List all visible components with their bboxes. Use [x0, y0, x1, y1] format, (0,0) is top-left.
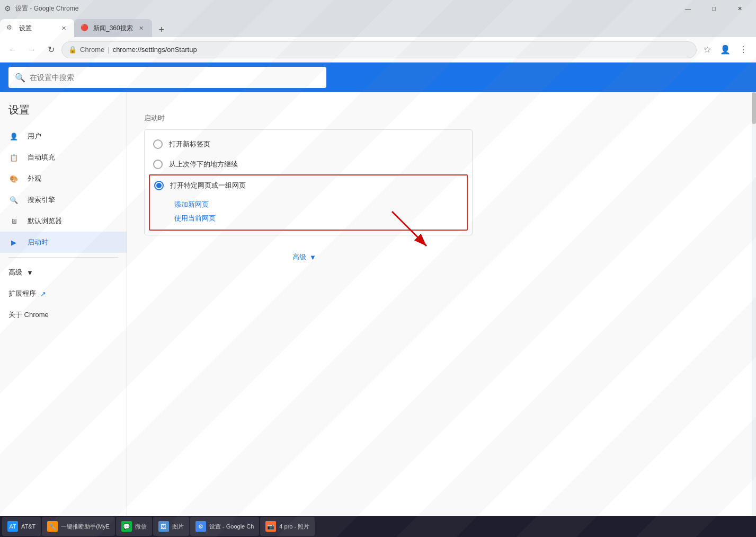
- news-tab-favicon: 🔴: [81, 24, 89, 32]
- address-bar: ← → ↻ 🔒 Chrome | chrome://settings/onSta…: [0, 37, 756, 63]
- advanced-label: 高级: [8, 268, 22, 277]
- startup-section: 启动时 打开新标签页 从上次停下的地方继续: [144, 105, 739, 270]
- chrome-content-area: 🔍 设置 👤 用户 📋 自动填充 🎨 外观: [0, 63, 756, 537]
- taskbar-photos[interactable]: 🖼 图片: [153, 517, 189, 536]
- radio-specific-inner: [156, 183, 162, 188]
- separator: |: [108, 46, 109, 54]
- taskbar-app4[interactable]: 📷 4 pro - 照片: [260, 517, 315, 536]
- default-browser-icon: 🖥: [8, 216, 19, 226]
- taskbar-att-icon: AT: [7, 521, 18, 532]
- sidebar-item-users[interactable]: 👤 用户: [0, 126, 127, 147]
- sidebar-item-defaultbrowser[interactable]: 🖥 默认浏览器: [0, 210, 127, 232]
- settings-search-header: 🔍: [0, 63, 756, 92]
- scrollbar-track[interactable]: [752, 92, 756, 537]
- about-label: 关于 Chrome: [8, 310, 118, 320]
- taskbar-wechat-label: 微信: [135, 523, 147, 531]
- advanced-button[interactable]: 高级 ▼: [292, 252, 739, 262]
- users-icon: 👤: [8, 131, 19, 142]
- add-new-page-link[interactable]: 添加新网页: [174, 198, 442, 212]
- sidebar-extensions[interactable]: 扩展程序 ↗: [0, 283, 127, 304]
- taskbar-att[interactable]: AT AT&T: [2, 517, 41, 536]
- new-tab-button[interactable]: +: [154, 22, 169, 37]
- selected-option-box: 打开特定网页或一组网页 添加新网页 使用当前网页: [149, 174, 468, 231]
- address-bar-actions: ☆ 👤 ⋮: [699, 41, 752, 58]
- scrollbar-thumb[interactable]: [752, 92, 756, 124]
- extensions-ext-icon: ↗: [40, 290, 46, 298]
- sidebar-about[interactable]: 关于 Chrome: [0, 304, 127, 325]
- settings-tab-close[interactable]: ✕: [59, 24, 68, 32]
- default-browser-label: 默认浏览器: [28, 216, 118, 226]
- settings-tab-title: 设置: [19, 24, 55, 33]
- search-engine-label: 搜索引擎: [28, 195, 118, 205]
- titlebar-text: 设置 - Google Chrome: [15, 4, 78, 13]
- use-current-page-link[interactable]: 使用当前网页: [174, 212, 442, 225]
- advanced-btn-label: 高级: [292, 252, 306, 262]
- sidebar-item-appearance[interactable]: 🎨 外观: [0, 168, 127, 189]
- maximize-button[interactable]: □: [702, 0, 726, 17]
- taskbar: AT AT&T 🔧 一键推断助手(MyE 💬 微信 🖼 图片 ⚙ 设置 - Go…: [0, 516, 756, 537]
- advanced-btn-arrow: ▼: [309, 253, 316, 261]
- appearance-label: 外观: [28, 174, 118, 183]
- radio-specific-circle: [154, 181, 164, 190]
- tab-settings[interactable]: ⚙ 设置 ✕: [0, 19, 74, 37]
- news-tab-title: 新闻_360搜索: [93, 24, 133, 33]
- advanced-arrow-icon: ▼: [26, 269, 33, 277]
- taskbar-att-label: AT&T: [21, 523, 35, 530]
- secure-icon: 🔒: [68, 46, 77, 54]
- radio-newtab[interactable]: 打开新标签页: [145, 134, 472, 154]
- menu-button[interactable]: ⋮: [735, 41, 752, 58]
- radio-newtab-label: 打开新标签页: [169, 139, 210, 149]
- settings-search-box[interactable]: 🔍: [8, 67, 326, 88]
- radio-continue-circle: [153, 160, 163, 169]
- radio-newtab-circle: [153, 139, 163, 149]
- close-button[interactable]: ✕: [728, 0, 752, 17]
- radio-specific[interactable]: 打开特定网页或一组网页: [150, 175, 467, 196]
- taskbar-photos-label: 图片: [172, 523, 184, 531]
- window-titlebar: ⚙ 设置 - Google Chrome — □ ✕: [0, 0, 756, 17]
- main-panel: 设置 👤 用户 📋 自动填充 🎨 外观 🔍 搜索引擎: [0, 92, 756, 537]
- startup-options-panel: 打开新标签页 从上次停下的地方继续: [144, 129, 473, 235]
- startup-icon: ▶: [8, 237, 19, 248]
- autofill-label: 自动填充: [28, 153, 118, 162]
- taskbar-wechat-icon: 💬: [121, 521, 132, 532]
- tab-bar: ⚙ 设置 ✕ 🔴 新闻_360搜索 ✕ +: [0, 17, 756, 37]
- sidebar: 设置 👤 用户 📋 自动填充 🎨 外观 🔍 搜索引擎: [0, 92, 127, 537]
- url-text: chrome://settings/onStartup: [113, 46, 197, 54]
- back-button[interactable]: ←: [4, 41, 21, 58]
- profile-button[interactable]: 👤: [717, 41, 734, 58]
- tab-news[interactable]: 🔴 新闻_360搜索 ✕: [74, 19, 152, 37]
- sub-options: 添加新网页 使用当前网页: [150, 196, 467, 230]
- window-controls: — □ ✕: [676, 0, 752, 17]
- startup-section-label: 启动时: [144, 113, 739, 123]
- radio-continue-label: 从上次停下的地方继续: [169, 160, 238, 169]
- autofill-icon: 📋: [8, 152, 19, 163]
- settings-content: 启动时 打开新标签页 从上次停下的地方继续: [127, 92, 756, 537]
- taskbar-app4-label: 4 pro - 照片: [279, 523, 309, 531]
- sidebar-item-search[interactable]: 🔍 搜索引擎: [0, 189, 127, 210]
- appearance-icon: 🎨: [8, 173, 19, 184]
- sidebar-item-startup[interactable]: ▶ 启动时: [0, 232, 127, 253]
- sidebar-divider: [8, 257, 118, 258]
- sidebar-item-autofill[interactable]: 📋 自动填充: [0, 147, 127, 168]
- taskbar-photos-icon: 🖼: [158, 521, 169, 532]
- page-wrapper: ⚙ 设置 - Google Chrome — □ ✕ ⚙ 设置 ✕ 🔴 新闻_3…: [0, 0, 756, 537]
- news-tab-close[interactable]: ✕: [137, 24, 146, 32]
- forward-button[interactable]: →: [23, 41, 40, 58]
- omnibox[interactable]: 🔒 Chrome | chrome://settings/onStartup: [61, 41, 697, 58]
- taskbar-tool1-label: 一键推断助手(MyE: [61, 523, 110, 531]
- taskbar-chrome-label: 设置 - Google Ch: [209, 523, 254, 531]
- radio-continue[interactable]: 从上次停下的地方继续: [145, 154, 472, 174]
- taskbar-chrome-icon: ⚙: [195, 521, 206, 532]
- minimize-button[interactable]: —: [676, 0, 700, 17]
- search-input[interactable]: [30, 73, 320, 82]
- taskbar-tool1[interactable]: 🔧 一键推断助手(MyE: [42, 517, 115, 536]
- taskbar-wechat[interactable]: 💬 微信: [116, 517, 152, 536]
- sidebar-advanced[interactable]: 高级 ▼: [0, 262, 127, 283]
- settings-title: 设置: [0, 101, 127, 126]
- reload-button[interactable]: ↻: [42, 41, 59, 58]
- taskbar-tool1-icon: 🔧: [47, 521, 58, 532]
- settings-tab-favicon: ⚙: [6, 24, 15, 32]
- taskbar-chrome-settings[interactable]: ⚙ 设置 - Google Ch: [190, 517, 259, 536]
- bookmark-button[interactable]: ☆: [699, 41, 716, 58]
- radio-specific-label: 打开特定网页或一组网页: [170, 181, 246, 190]
